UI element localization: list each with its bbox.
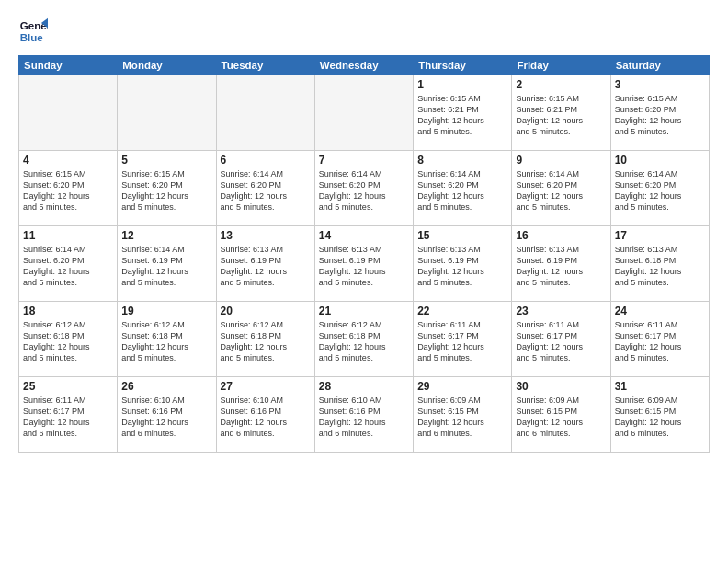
col-header-monday: Monday (118, 56, 216, 75)
col-header-tuesday: Tuesday (216, 56, 314, 75)
day-info: Sunrise: 6:14 AM Sunset: 6:20 PM Dayligh… (417, 168, 507, 213)
day-info: Sunrise: 6:14 AM Sunset: 6:20 PM Dayligh… (221, 168, 311, 213)
calendar-cell: 11Sunrise: 6:14 AM Sunset: 6:20 PM Dayli… (19, 226, 118, 302)
day-number: 23 (516, 304, 606, 317)
calendar-cell: 13Sunrise: 6:13 AM Sunset: 6:19 PM Dayli… (216, 226, 314, 302)
calendar-cell: 24Sunrise: 6:11 AM Sunset: 6:17 PM Dayli… (610, 302, 709, 377)
day-number: 26 (121, 380, 211, 393)
day-number: 10 (615, 154, 705, 167)
day-info: Sunrise: 6:13 AM Sunset: 6:18 PM Dayligh… (615, 244, 705, 289)
col-header-friday: Friday (512, 56, 610, 75)
logo-icon: General Blue (18, 17, 48, 46)
day-info: Sunrise: 6:14 AM Sunset: 6:20 PM Dayligh… (516, 168, 606, 213)
day-number: 27 (221, 380, 311, 393)
day-number: 15 (417, 229, 507, 242)
day-info: Sunrise: 6:12 AM Sunset: 6:18 PM Dayligh… (23, 319, 113, 364)
day-number: 18 (23, 304, 113, 317)
day-number: 13 (221, 229, 311, 242)
calendar-cell (19, 75, 118, 151)
day-info: Sunrise: 6:13 AM Sunset: 6:19 PM Dayligh… (319, 244, 409, 289)
calendar-cell: 1Sunrise: 6:15 AM Sunset: 6:21 PM Daylig… (414, 75, 512, 151)
day-info: Sunrise: 6:15 AM Sunset: 6:20 PM Dayligh… (23, 168, 113, 213)
calendar-cell: 30Sunrise: 6:09 AM Sunset: 6:15 PM Dayli… (512, 377, 610, 453)
day-number: 30 (516, 380, 606, 393)
calendar-cell: 26Sunrise: 6:10 AM Sunset: 6:16 PM Dayli… (118, 377, 216, 453)
day-number: 8 (417, 154, 507, 167)
calendar-cell: 10Sunrise: 6:14 AM Sunset: 6:20 PM Dayli… (610, 151, 709, 226)
day-number: 24 (615, 304, 705, 317)
day-info: Sunrise: 6:14 AM Sunset: 6:20 PM Dayligh… (319, 168, 409, 213)
calendar-header-row: SundayMondayTuesdayWednesdayThursdayFrid… (19, 56, 710, 75)
day-info: Sunrise: 6:09 AM Sunset: 6:15 PM Dayligh… (417, 395, 507, 440)
day-number: 12 (121, 229, 211, 242)
calendar-cell: 28Sunrise: 6:10 AM Sunset: 6:16 PM Dayli… (314, 377, 413, 453)
col-header-saturday: Saturday (610, 56, 709, 75)
day-info: Sunrise: 6:15 AM Sunset: 6:21 PM Dayligh… (417, 93, 507, 138)
day-number: 9 (516, 154, 606, 167)
calendar-cell: 2Sunrise: 6:15 AM Sunset: 6:21 PM Daylig… (512, 75, 610, 151)
logo: General Blue (18, 17, 48, 46)
calendar-cell: 9Sunrise: 6:14 AM Sunset: 6:20 PM Daylig… (512, 151, 610, 226)
day-info: Sunrise: 6:11 AM Sunset: 6:17 PM Dayligh… (615, 319, 705, 364)
calendar-cell: 17Sunrise: 6:13 AM Sunset: 6:18 PM Dayli… (610, 226, 709, 302)
calendar-cell: 27Sunrise: 6:10 AM Sunset: 6:16 PM Dayli… (216, 377, 314, 453)
page: General Blue SundayMondayTuesdayWednesda… (0, 0, 728, 563)
calendar-cell: 15Sunrise: 6:13 AM Sunset: 6:19 PM Dayli… (414, 226, 512, 302)
calendar-week-3: 11Sunrise: 6:14 AM Sunset: 6:20 PM Dayli… (19, 226, 710, 302)
day-number: 28 (319, 380, 409, 393)
col-header-wednesday: Wednesday (314, 56, 413, 75)
day-info: Sunrise: 6:09 AM Sunset: 6:15 PM Dayligh… (615, 395, 705, 440)
day-number: 3 (615, 78, 705, 91)
day-info: Sunrise: 6:12 AM Sunset: 6:18 PM Dayligh… (221, 319, 311, 364)
day-info: Sunrise: 6:10 AM Sunset: 6:16 PM Dayligh… (121, 395, 211, 440)
calendar-cell: 23Sunrise: 6:11 AM Sunset: 6:17 PM Dayli… (512, 302, 610, 377)
day-info: Sunrise: 6:12 AM Sunset: 6:18 PM Dayligh… (121, 319, 211, 364)
day-number: 14 (319, 229, 409, 242)
day-info: Sunrise: 6:11 AM Sunset: 6:17 PM Dayligh… (417, 319, 507, 364)
calendar-week-2: 4Sunrise: 6:15 AM Sunset: 6:20 PM Daylig… (19, 151, 710, 226)
day-number: 20 (221, 304, 311, 317)
day-number: 4 (23, 154, 113, 167)
day-number: 31 (615, 380, 705, 393)
calendar-table: SundayMondayTuesdayWednesdayThursdayFrid… (18, 55, 710, 453)
svg-text:Blue: Blue (20, 32, 44, 43)
calendar-cell: 21Sunrise: 6:12 AM Sunset: 6:18 PM Dayli… (314, 302, 413, 377)
day-info: Sunrise: 6:15 AM Sunset: 6:20 PM Dayligh… (121, 168, 211, 213)
day-info: Sunrise: 6:15 AM Sunset: 6:21 PM Dayligh… (516, 93, 606, 138)
day-info: Sunrise: 6:11 AM Sunset: 6:17 PM Dayligh… (23, 395, 113, 440)
calendar-cell (118, 75, 216, 151)
day-number: 5 (121, 154, 211, 167)
day-number: 1 (417, 78, 507, 91)
day-info: Sunrise: 6:11 AM Sunset: 6:17 PM Dayligh… (516, 319, 606, 364)
header: General Blue (18, 17, 710, 46)
day-info: Sunrise: 6:14 AM Sunset: 6:20 PM Dayligh… (615, 168, 705, 213)
calendar-cell: 6Sunrise: 6:14 AM Sunset: 6:20 PM Daylig… (216, 151, 314, 226)
calendar-cell (314, 75, 413, 151)
day-info: Sunrise: 6:14 AM Sunset: 6:19 PM Dayligh… (121, 244, 211, 289)
day-number: 25 (23, 380, 113, 393)
calendar-week-5: 25Sunrise: 6:11 AM Sunset: 6:17 PM Dayli… (19, 377, 710, 453)
day-info: Sunrise: 6:12 AM Sunset: 6:18 PM Dayligh… (319, 319, 409, 364)
calendar-cell: 31Sunrise: 6:09 AM Sunset: 6:15 PM Dayli… (610, 377, 709, 453)
calendar-cell: 29Sunrise: 6:09 AM Sunset: 6:15 PM Dayli… (414, 377, 512, 453)
day-info: Sunrise: 6:13 AM Sunset: 6:19 PM Dayligh… (417, 244, 507, 289)
day-number: 2 (516, 78, 606, 91)
day-number: 29 (417, 380, 507, 393)
calendar-cell (216, 75, 314, 151)
day-number: 6 (221, 154, 311, 167)
day-info: Sunrise: 6:09 AM Sunset: 6:15 PM Dayligh… (516, 395, 606, 440)
calendar-cell: 5Sunrise: 6:15 AM Sunset: 6:20 PM Daylig… (118, 151, 216, 226)
calendar-cell: 19Sunrise: 6:12 AM Sunset: 6:18 PM Dayli… (118, 302, 216, 377)
calendar-cell: 22Sunrise: 6:11 AM Sunset: 6:17 PM Dayli… (414, 302, 512, 377)
calendar-cell: 4Sunrise: 6:15 AM Sunset: 6:20 PM Daylig… (19, 151, 118, 226)
day-info: Sunrise: 6:10 AM Sunset: 6:16 PM Dayligh… (319, 395, 409, 440)
calendar-cell: 7Sunrise: 6:14 AM Sunset: 6:20 PM Daylig… (314, 151, 413, 226)
calendar-cell: 16Sunrise: 6:13 AM Sunset: 6:19 PM Dayli… (512, 226, 610, 302)
calendar-cell: 18Sunrise: 6:12 AM Sunset: 6:18 PM Dayli… (19, 302, 118, 377)
calendar-cell: 8Sunrise: 6:14 AM Sunset: 6:20 PM Daylig… (414, 151, 512, 226)
day-info: Sunrise: 6:15 AM Sunset: 6:20 PM Dayligh… (615, 93, 705, 138)
calendar-week-4: 18Sunrise: 6:12 AM Sunset: 6:18 PM Dayli… (19, 302, 710, 377)
day-number: 21 (319, 304, 409, 317)
day-number: 16 (516, 229, 606, 242)
calendar-week-1: 1Sunrise: 6:15 AM Sunset: 6:21 PM Daylig… (19, 75, 710, 151)
